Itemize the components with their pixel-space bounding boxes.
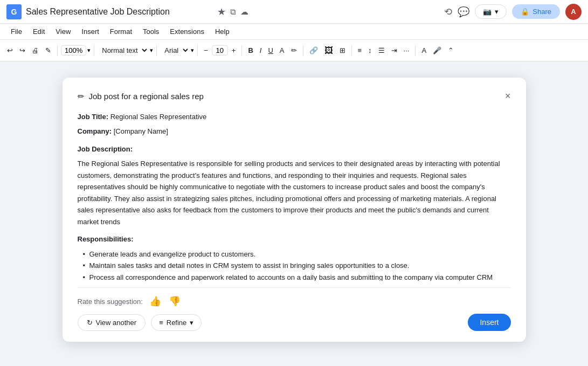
menu-insert[interactable]: Insert: [77, 26, 103, 37]
print-button[interactable]: 🖨: [29, 45, 41, 56]
spell-check-button[interactable]: A: [419, 45, 429, 56]
toolbar: ↩ ↪ 🖨 ✎ 100% ▾ Normal text ▾ Arial ▾ − 1…: [0, 40, 588, 61]
menu-tools[interactable]: Tools: [139, 26, 163, 37]
job-description-body: The Regional Sales Representative is res…: [78, 158, 509, 227]
video-icon: 📷: [483, 8, 492, 16]
text-color-button[interactable]: A: [277, 45, 287, 56]
list-item: Maintain sales tasks and detail notes in…: [83, 260, 509, 271]
paint-format-button[interactable]: ✎: [43, 45, 54, 56]
comment-icon[interactable]: 💬: [458, 6, 469, 18]
video-call-button[interactable]: 📷 ▾: [475, 4, 507, 19]
image-button[interactable]: 🖼: [322, 44, 336, 57]
menu-edit[interactable]: Edit: [29, 26, 49, 37]
font-size-decrease-button[interactable]: −: [201, 45, 211, 56]
panel-footer: Rate this suggestion: 👍 👎 ↻ View another…: [78, 287, 511, 331]
ai-suggestion-panel: ✏ Job post for a regional sales rep × Jo…: [63, 78, 526, 342]
wand-icon: ✏: [78, 92, 85, 101]
chevron-down-icon: ▾: [190, 319, 193, 327]
company-field: Company: [Company Name]: [78, 126, 509, 137]
action-row: ↻ View another ≡ Refine ▾ Insert: [78, 314, 511, 331]
font-size-input[interactable]: 10: [212, 45, 228, 56]
panel-content: Job Title: Regional Sales Representative…: [78, 112, 511, 281]
chevron-up-button[interactable]: ⌃: [445, 45, 456, 56]
font-size-increase-button[interactable]: +: [229, 45, 239, 56]
redo-button[interactable]: ↪: [17, 45, 28, 56]
refresh-icon: ↻: [87, 319, 93, 327]
view-another-button[interactable]: ↻ View another: [78, 314, 146, 331]
content-area: ✏ Job post for a regional sales rep × Jo…: [0, 61, 588, 366]
table-button[interactable]: ⊞: [337, 45, 348, 56]
style-dropdown-icon: ▾: [150, 47, 153, 54]
rating-label: Rate this suggestion:: [78, 298, 143, 306]
divider: [94, 45, 94, 56]
divider: [57, 45, 58, 56]
link-button[interactable]: 🔗: [307, 45, 321, 56]
menu-bar: File Edit View Insert Format Tools Exten…: [0, 24, 588, 40]
doc-icon: G: [6, 4, 22, 19]
bold-button[interactable]: B: [245, 45, 255, 56]
close-button[interactable]: ×: [505, 91, 511, 102]
divider: [415, 45, 416, 56]
rating-row: Rate this suggestion: 👍 👎: [78, 294, 511, 308]
more-button[interactable]: ···: [401, 45, 412, 56]
job-title-field: Job Title: Regional Sales Representative: [78, 112, 509, 123]
font-dropdown-icon: ▾: [191, 47, 194, 54]
indent-button[interactable]: ⇥: [389, 45, 400, 56]
avatar[interactable]: A: [565, 4, 582, 20]
panel-header: ✏ Job post for a regional sales rep ×: [78, 91, 511, 102]
history-icon[interactable]: ⟲: [444, 6, 452, 18]
copy-icon[interactable]: ⧉: [230, 7, 236, 17]
list-item: Process all correspondence and paperwork…: [83, 272, 509, 281]
font-select[interactable]: Arial: [160, 45, 190, 56]
text-style-select[interactable]: Normal text: [98, 45, 149, 56]
divider: [351, 45, 352, 56]
lock-icon: 🔒: [521, 8, 529, 16]
job-description-heading: Job Description:: [78, 144, 509, 155]
menu-format[interactable]: Format: [106, 26, 136, 37]
responsibilities-list: Generate leads and evangelize product to…: [83, 248, 509, 281]
action-left: ↻ View another ≡ Refine ▾: [78, 314, 202, 331]
thumbs-up-button[interactable]: 👍: [148, 294, 162, 308]
align-button[interactable]: ≡: [355, 45, 365, 56]
divider: [197, 45, 198, 56]
insert-button[interactable]: Insert: [468, 314, 510, 331]
divider: [303, 45, 303, 56]
list-button[interactable]: ☰: [376, 45, 388, 56]
highlight-button[interactable]: ✏: [288, 45, 300, 56]
italic-button[interactable]: I: [257, 45, 265, 56]
document-title: Sales Representative Job Description: [26, 7, 213, 17]
menu-extensions[interactable]: Extensions: [165, 26, 209, 37]
cloud-save-icon[interactable]: ☁: [240, 7, 248, 17]
divider: [156, 45, 157, 56]
zoom-dropdown-icon: ▾: [87, 47, 91, 54]
responsibilities-heading: Responsibilities:: [78, 234, 509, 245]
star-icon[interactable]: ★: [217, 6, 226, 18]
filter-icon: ≡: [159, 319, 163, 327]
undo-button[interactable]: ↩: [4, 45, 16, 56]
line-spacing-button[interactable]: ↕: [365, 45, 375, 56]
panel-title: ✏ Job post for a regional sales rep: [78, 92, 204, 101]
thumbs-down-button[interactable]: 👎: [168, 294, 182, 308]
divider: [241, 45, 242, 56]
menu-view[interactable]: View: [51, 26, 75, 37]
menu-file[interactable]: File: [6, 26, 26, 37]
underline-button[interactable]: U: [265, 45, 275, 56]
menu-help[interactable]: Help: [211, 26, 234, 37]
share-button[interactable]: 🔒 Share: [512, 4, 560, 19]
voice-button[interactable]: 🎤: [430, 45, 444, 56]
title-bar: G Sales Representative Job Description ★…: [0, 0, 588, 24]
zoom-select[interactable]: 100%: [61, 45, 86, 56]
refine-button[interactable]: ≡ Refine ▾: [151, 314, 202, 331]
list-item: Generate leads and evangelize product to…: [83, 248, 509, 260]
